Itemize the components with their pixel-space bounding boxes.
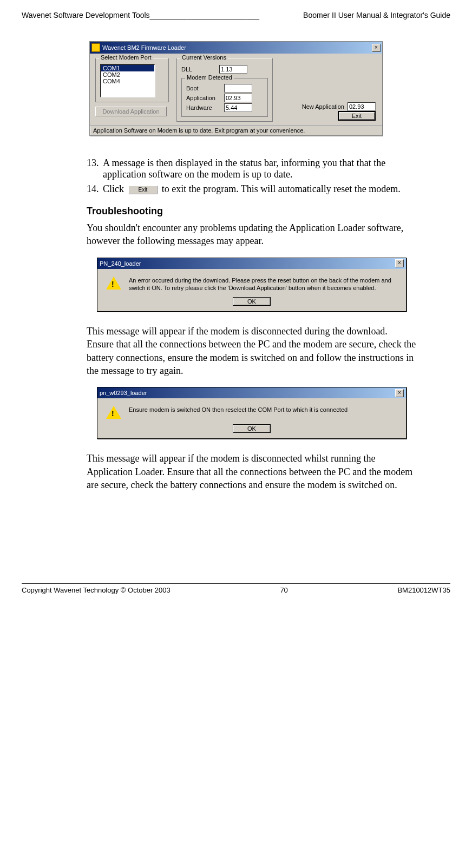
ok-button[interactable]: OK: [233, 297, 271, 306]
error-dialog-2: pn_w0293_loader × Ensure modem is switch…: [97, 387, 407, 439]
paragraph-2: This message will appear if the modem is…: [87, 452, 417, 491]
dialog-titlebar: PN_240_loader ×: [97, 258, 406, 269]
list-item[interactable]: COM2: [101, 71, 154, 78]
step-text: A message is then displayed in the statu…: [103, 157, 417, 180]
application-value: 02.93: [224, 94, 252, 102]
select-modem-port-label: Select Modem Port: [99, 54, 153, 61]
header-left: Wavenet Software Development Tools: [22, 11, 259, 19]
header-right: Boomer II User Manual & Integrator's Gui…: [303, 11, 450, 19]
hardware-label: Hardware: [186, 104, 221, 111]
main-content: 13. A message is then displayed in the s…: [87, 157, 417, 491]
dialog-message: Ensure modem is switched ON then reselec…: [129, 406, 348, 413]
warning-icon: [106, 277, 121, 290]
dialog-title: PN_240_loader: [100, 260, 141, 267]
list-item[interactable]: COM1: [101, 65, 154, 71]
footer-page-number: 70: [280, 586, 287, 594]
footer-left: Copyright Wavenet Technology © October 2…: [22, 586, 171, 594]
dll-label: DLL: [181, 66, 216, 73]
footer-right: BM210012WT35: [397, 586, 450, 594]
dll-value: 1.13: [219, 65, 247, 74]
boot-value: [224, 84, 252, 93]
paragraph-1: This message will appear if the modem is…: [87, 325, 417, 377]
window-title: Wavenet BM2 Firmware Loader: [102, 44, 372, 51]
hardware-value: 5.44: [224, 103, 252, 112]
dialog-titlebar: pn_w0293_loader ×: [97, 387, 406, 398]
boot-label: Boot: [186, 85, 221, 91]
com-port-listbox[interactable]: COM1 COM2 COM4: [100, 64, 155, 97]
step-number: 14.: [87, 183, 103, 195]
new-application-value: 02.93: [348, 102, 376, 111]
error-dialog-1: PN_240_loader × An error occured during …: [97, 258, 407, 312]
titlebar: Wavenet BM2 Firmware Loader ×: [90, 42, 382, 54]
download-application-button: Download Application: [95, 107, 167, 116]
page-footer: Copyright Wavenet Technology © October 2…: [22, 583, 450, 594]
inline-exit-button: Exit: [128, 186, 158, 194]
step-text: Click Exit to exit the program. This wil…: [103, 183, 401, 195]
dialog-message: An error occured during the download. Pl…: [129, 277, 397, 292]
list-item[interactable]: COM4: [101, 78, 154, 84]
status-bar: Application Software on Modem is up to d…: [90, 125, 382, 135]
close-icon[interactable]: ×: [395, 259, 404, 267]
modem-detected-group: Modem Detected Boot Application 02.93 Ha…: [181, 78, 268, 117]
dialog-title: pn_w0293_loader: [100, 390, 147, 396]
troubleshooting-intro: You shouldn't encounter any problems upd…: [87, 221, 417, 248]
select-modem-port-group: Select Modem Port COM1 COM2 COM4: [95, 58, 169, 102]
app-icon: [91, 43, 100, 52]
current-versions-group: Current Versions DLL 1.13 Modem Detected…: [176, 58, 273, 122]
firmware-loader-window: Wavenet BM2 Firmware Loader × Select Mod…: [89, 41, 383, 136]
warning-icon: [106, 406, 121, 419]
troubleshooting-heading: Troubleshooting: [87, 206, 417, 217]
step-number: 13.: [87, 157, 103, 180]
steps-list: 13. A message is then displayed in the s…: [87, 157, 417, 195]
new-application-label: New Application: [302, 103, 344, 110]
close-icon[interactable]: ×: [372, 44, 381, 52]
exit-button[interactable]: Exit: [338, 111, 376, 121]
ok-button[interactable]: OK: [233, 424, 271, 433]
close-icon[interactable]: ×: [395, 389, 404, 397]
modem-detected-label: Modem Detected: [185, 74, 234, 81]
page-header: Wavenet Software Development Tools Boome…: [22, 11, 450, 19]
new-application-row: New Application 02.93: [302, 102, 376, 111]
application-label: Application: [186, 95, 221, 101]
current-versions-label: Current Versions: [180, 54, 228, 61]
